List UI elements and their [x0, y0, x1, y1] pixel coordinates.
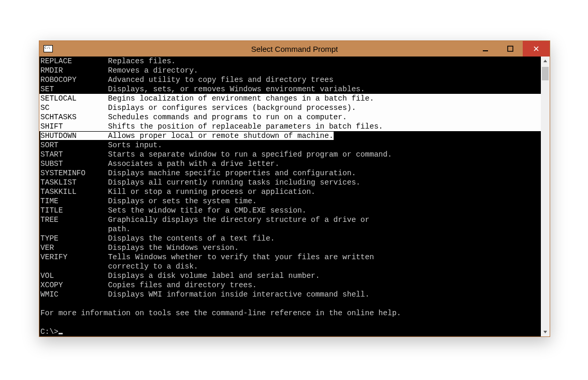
scrollbar-thumb[interactable] [542, 67, 549, 80]
terminal-line: SHIFT Shifts the position of replaceable… [39, 122, 541, 131]
svg-rect-0 [483, 50, 488, 51]
terminal-line: TIME Displays or sets the system time. [39, 196, 541, 206]
terminal-line: path. [39, 224, 541, 234]
scroll-down-button[interactable] [541, 328, 550, 336]
terminal-line: SORT Sorts input. [39, 140, 541, 150]
terminal-line: TITLE Sets the window title for a CMD.EX… [39, 206, 541, 215]
system-menu-icon[interactable] [44, 45, 53, 52]
terminal-line: SUBST Associates a path with a drive let… [39, 159, 541, 168]
terminal-line: ROBOCOPY Advanced utility to copy files … [39, 75, 541, 85]
terminal-line: correctly to a disk. [39, 262, 541, 271]
titlebar[interactable]: Select Command Prompt [39, 41, 550, 57]
terminal-line: VER Displays the Windows version. [39, 243, 541, 252]
terminal-line: SYSTEMINFO Displays machine specific pro… [39, 168, 541, 178]
terminal-line: VOL Displays a disk volume label and ser… [39, 271, 541, 280]
terminal-line: TREE Graphically displays the directory … [39, 215, 541, 224]
terminal-line [39, 318, 541, 327]
terminal-line: TASKKILL Kill or stop a running process … [39, 187, 541, 196]
svg-rect-1 [508, 46, 513, 51]
terminal-line: SCHTASKS Schedules commands and programs… [39, 112, 541, 122]
window-buttons [473, 41, 550, 57]
close-button[interactable] [523, 41, 550, 57]
terminal-line: WMIC Displays WMI information inside int… [39, 290, 541, 299]
terminal-line: SHUTDOWN Allows proper local or remote s… [39, 131, 541, 140]
terminal-line: TASKLIST Displays all currently running … [39, 178, 541, 187]
terminal-output[interactable]: REPLACE Replaces files.RMDIR Removes a d… [39, 57, 541, 336]
terminal-line [39, 299, 541, 308]
terminal-line: START Starts a separate window to run a … [39, 150, 541, 159]
terminal-footer: For more information on tools see the co… [39, 308, 541, 318]
scrollbar-track[interactable] [541, 65, 550, 328]
terminal-line: SC Displays or configures services (back… [39, 103, 541, 112]
scroll-up-button[interactable] [541, 57, 550, 65]
terminal-line: REPLACE Replaces files. [39, 57, 541, 66]
cursor [59, 333, 63, 334]
terminal-prompt[interactable]: C:\> [39, 327, 541, 336]
terminal-line: SETLOCAL Begins localization of environm… [39, 94, 541, 103]
maximize-button[interactable] [498, 41, 523, 57]
terminal-line: RMDIR Removes a directory. [39, 66, 541, 75]
terminal-line: VERIFY Tells Windows whether to verify t… [39, 252, 541, 262]
terminal-line: SET Displays, sets, or removes Windows e… [39, 85, 541, 94]
command-prompt-window: Select Command Prompt REPLACE Replaces f… [39, 40, 550, 337]
terminal-line: TYPE Displays the contents of a text fil… [39, 234, 541, 243]
terminal-line: XCOPY Copies files and directory trees. [39, 280, 541, 290]
client-area: REPLACE Replaces files.RMDIR Removes a d… [39, 57, 550, 336]
minimize-button[interactable] [473, 41, 498, 57]
vertical-scrollbar[interactable] [541, 57, 550, 336]
